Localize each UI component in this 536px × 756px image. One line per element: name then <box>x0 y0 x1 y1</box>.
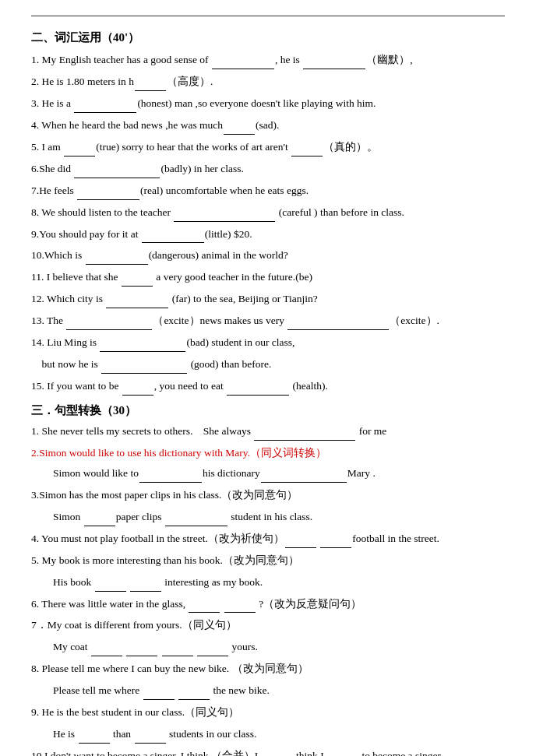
line-s3-9b: He is than students in our class. <box>31 726 505 744</box>
blank-s3-7d <box>197 656 228 656</box>
line-s2-15: 15. If you want to be , you need to eat … <box>31 378 505 396</box>
blank-s2-1a <box>212 69 274 69</box>
line-s2-11: 11. I believe that she a very good teach… <box>31 269 505 287</box>
line-s3-3: 3.Simon has the most paper clips in his … <box>31 487 505 505</box>
blank-s3-7b <box>126 656 157 656</box>
blank-s3-9b <box>135 743 166 744</box>
line-s2-7: 7.He feels (real) uncomfortable when he … <box>31 182 505 200</box>
section3-title: 三．句型转换（30） <box>31 403 505 418</box>
blank-s2-6 <box>74 178 160 178</box>
blank-s2-4 <box>224 134 255 135</box>
blank-s3-1 <box>254 440 355 441</box>
line-s3-3b: Simon paper clips student in his class. <box>31 508 505 526</box>
blank-s2-15b <box>227 395 289 396</box>
blank-s2-12 <box>106 308 168 308</box>
blank-s2-13b <box>287 329 389 330</box>
line-s2-10: 10.Which is (dangerous) animal in the wo… <box>31 247 505 265</box>
blank-s2-2 <box>135 90 166 91</box>
blank-s3-3b <box>165 526 227 526</box>
line-s2-4: 4. When he heard the bad news ,he was mu… <box>31 117 505 135</box>
line-s2-3: 3. He is a (honest) man ,so everyone doe… <box>31 95 505 113</box>
line-s2-2: 2. He is 1.80 meters in h（高度）. <box>31 73 505 91</box>
blank-s2-1b <box>303 69 365 69</box>
blank-s2-15a <box>122 395 153 396</box>
line-s2-8: 8. We should listen to the teacher (care… <box>31 204 505 222</box>
line-s2-9: 9.You should pay for it at (little) $20. <box>31 226 505 244</box>
line-s2-12: 12. Which city is (far) to the sea, Beij… <box>31 290 505 308</box>
blank-s2-5a <box>64 156 95 156</box>
line-s3-5b: His book interesting as my book. <box>31 574 505 592</box>
blank-s2-10 <box>86 264 148 265</box>
line-s3-8: 8. Please tell me where I can buy the ne… <box>31 660 505 678</box>
blank-s3-9a <box>79 743 110 744</box>
line-s3-6: 6. There was little water in the glass, … <box>31 596 505 614</box>
blank-s3-2b <box>261 482 347 483</box>
blank-s3-7c <box>162 656 193 656</box>
line-s2-14a: 14. Liu Ming is (bad) student in our cla… <box>31 334 505 352</box>
blank-s3-4b <box>320 547 351 548</box>
line-s3-7: 7．My coat is different from yours.（同义句） <box>31 617 505 635</box>
blank-s3-7a <box>91 656 122 656</box>
line-s3-2: 2.Simon would like to use his dictionary… <box>31 445 505 462</box>
blank-s2-7 <box>77 199 139 200</box>
blank-s2-8 <box>174 221 275 222</box>
line-s3-7b: My coat yours. <box>31 638 505 656</box>
blank-s3-3a <box>84 526 115 526</box>
blank-s2-14a <box>100 351 185 352</box>
line-s3-9: 9. He is the best student in our class.（… <box>31 704 505 722</box>
line-s2-5: 5. I am (true) sorry to hear that the wo… <box>31 139 505 156</box>
line-s3-2b: Simon would like tohis dictionaryMary . <box>31 465 505 483</box>
blank-s3-8a <box>143 699 175 700</box>
blank-s2-9 <box>142 242 204 243</box>
blank-s3-2a <box>139 482 202 483</box>
line-s2-1: 1. My English teacher has a good sense o… <box>31 51 505 69</box>
line-s2-6: 6.She did (badly) in her class. <box>31 160 505 178</box>
top-divider <box>31 16 505 16</box>
blank-s2-14b <box>101 373 187 374</box>
blank-s3-8b <box>178 699 210 700</box>
blank-s2-5b <box>291 156 323 156</box>
line-s3-5: 5. My book is more interesting than his … <box>31 552 505 570</box>
line-s3-8b: Please tell me where the new bike. <box>31 682 505 700</box>
section3-wrapper: 三．句型转换（30） 1. She never tells my secrets… <box>31 403 505 756</box>
blank-s3-5a <box>95 591 126 592</box>
section2-title: 二、词汇运用（40'） <box>31 30 505 45</box>
line-s3-4: 4. You must not play football in the str… <box>31 530 505 548</box>
blank-s3-4a <box>285 547 316 548</box>
blank-s2-13a <box>66 329 152 330</box>
blank-s3-6a <box>189 612 220 613</box>
blank-s2-11 <box>122 286 153 287</box>
line-s2-14b: but now he is (good) than before. <box>31 356 505 374</box>
line-s3-1: 1. She never tells my secrets to others.… <box>31 423 505 441</box>
blank-s2-3 <box>74 112 136 113</box>
blank-s3-5b <box>130 591 161 592</box>
blank-s3-6b <box>224 612 256 613</box>
line-s3-10: 10.I don't want to become a singer. I th… <box>31 747 505 756</box>
line-s2-13: 13. The （excite）news makes us very （exci… <box>31 312 505 330</box>
